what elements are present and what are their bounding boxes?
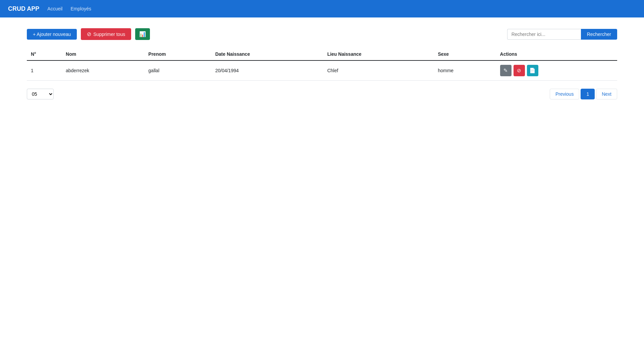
next-button[interactable]: Next xyxy=(596,89,617,99)
add-new-button[interactable]: + Ajouter nouveau xyxy=(27,29,77,40)
edit-button[interactable]: ✎ xyxy=(500,65,512,76)
col-prenom: Prenom xyxy=(144,48,211,60)
pdf-button[interactable]: 📄 xyxy=(527,65,538,76)
col-nom: Nom xyxy=(62,48,144,60)
col-num: N° xyxy=(27,48,62,60)
main-content: + Ajouter nouveau ⊘ Supprimer tous 📊 Rec… xyxy=(0,17,644,110)
col-sexe: Sexe xyxy=(434,48,496,60)
pagination: Previous 1 Next xyxy=(550,89,617,99)
cell-sexe: homme xyxy=(434,60,496,81)
cell-num: 1 xyxy=(27,60,62,81)
nav-employes[interactable]: Employés xyxy=(70,6,91,11)
cell-nom: abderrezek xyxy=(62,60,144,81)
table-header-row: N° Nom Prenom Date Naissance Lieu Naissa… xyxy=(27,48,617,60)
delete-all-button[interactable]: ⊘ Supprimer tous xyxy=(81,28,131,40)
col-actions: Actions xyxy=(496,48,617,60)
row-delete-button[interactable]: ⊘ xyxy=(514,65,525,76)
toolbar-left: + Ajouter nouveau ⊘ Supprimer tous 📊 xyxy=(27,28,150,40)
col-lieu-naissance: Lieu Naissance xyxy=(323,48,434,60)
search-button[interactable]: Rechercher xyxy=(581,29,617,40)
toolbar: + Ajouter nouveau ⊘ Supprimer tous 📊 Rec… xyxy=(27,28,617,40)
nav-accueil[interactable]: Accueil xyxy=(47,6,62,11)
edit-icon: ✎ xyxy=(503,68,508,74)
delete-sign-icon: ⊘ xyxy=(87,31,91,37)
employees-table: N° Nom Prenom Date Naissance Lieu Naissa… xyxy=(27,48,617,81)
page-1-button[interactable]: 1 xyxy=(581,89,595,99)
app-brand[interactable]: CRUD APP xyxy=(8,5,39,12)
per-page-select[interactable]: 05102550 xyxy=(27,89,54,99)
toolbar-right: Rechercher xyxy=(507,29,617,40)
table-body: 1 abderrezek gallal 20/04/1994 Chlef hom… xyxy=(27,60,617,81)
pagination-area: 05102550 Previous 1 Next xyxy=(27,89,617,99)
cell-date-naissance: 20/04/1994 xyxy=(211,60,323,81)
per-page-container: 05102550 xyxy=(27,89,54,99)
col-date-naissance: Date Naissance xyxy=(211,48,323,60)
cell-lieu-naissance: Chlef xyxy=(323,60,434,81)
employees-table-container: N° Nom Prenom Date Naissance Lieu Naissa… xyxy=(27,48,617,81)
excel-icon: 📊 xyxy=(139,31,146,37)
pdf-icon: 📄 xyxy=(529,68,536,74)
excel-export-button[interactable]: 📊 xyxy=(135,28,150,40)
table-row: 1 abderrezek gallal 20/04/1994 Chlef hom… xyxy=(27,60,617,81)
previous-button[interactable]: Previous xyxy=(550,89,579,99)
navbar: CRUD APP Accueil Employés xyxy=(0,0,644,17)
cell-prenom: gallal xyxy=(144,60,211,81)
search-input[interactable] xyxy=(507,29,581,40)
cell-actions: ✎ ⊘ 📄 xyxy=(496,60,617,81)
row-delete-icon: ⊘ xyxy=(517,68,521,74)
